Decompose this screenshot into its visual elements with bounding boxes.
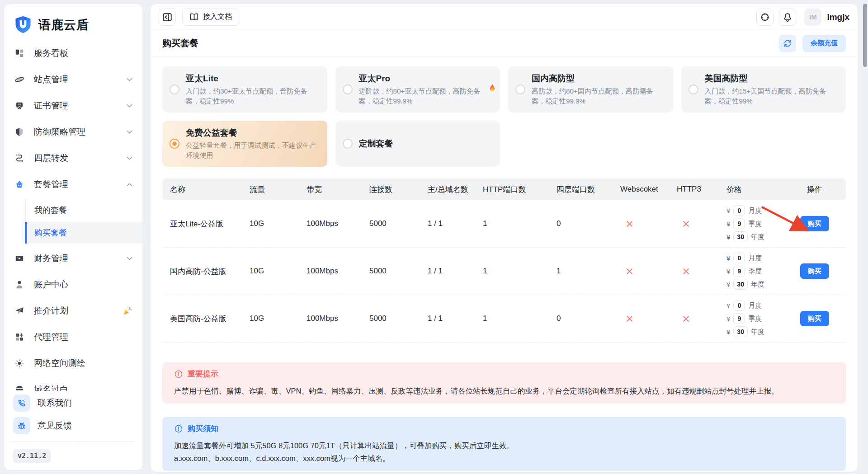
column-header: HTTP端口数: [483, 184, 557, 195]
chevron-down-icon: [127, 78, 132, 82]
cell-websocket: [620, 268, 677, 275]
cell-http3: [677, 220, 726, 228]
package-card-5[interactable]: 免费公益套餐公益轻量套餐，用于调试测试，不建议生产环境使用: [162, 121, 327, 167]
cell-price: ¥0月度¥9季度¥30年度: [726, 253, 783, 290]
cell-http_ports: 1: [483, 314, 557, 323]
package-radio[interactable]: [170, 84, 179, 94]
price-period: 年度: [751, 328, 764, 336]
cell-domains: 1 / 1: [428, 219, 483, 228]
sidebar-item-agents[interactable]: 代理管理: [4, 326, 142, 348]
cell-http_ports: 1: [483, 267, 557, 276]
sidebar-item-referral[interactable]: 推介计划: [4, 300, 142, 322]
price-period: 年度: [751, 233, 764, 241]
cell-price: ¥0月度¥9季度¥30年度: [726, 300, 783, 337]
x-icon: [682, 220, 726, 228]
collapse-sidebar-button[interactable]: [159, 9, 176, 26]
topbar: 接入文档 IM imgjx: [151, 4, 858, 30]
cell-bandwidth: 100Mbps: [307, 314, 369, 323]
package-desc: 高防款，约80+国内节点配额，高防需备案，稳定性99.9%: [532, 86, 666, 106]
package-radio[interactable]: [343, 139, 353, 149]
buy-button[interactable]: 购买: [800, 216, 829, 231]
cell-connections: 5000: [369, 219, 428, 228]
price-period: 季度: [748, 220, 762, 228]
sidebar-item-layer4-forward[interactable]: 四层转发: [4, 147, 142, 169]
table-row: 国内高防-公益版10G100Mbps50001 / 111¥0月度¥9季度¥30…: [162, 248, 846, 295]
footer-item-label: 联系我们: [38, 397, 72, 409]
target-button[interactable]: [756, 9, 774, 26]
table-row: 亚太Lite-公益版10G100Mbps50001 / 110¥0月度¥9季度¥…: [162, 200, 846, 248]
price-value: 0: [733, 300, 745, 311]
cell-l4_ports: 1: [557, 267, 620, 276]
package-card-2[interactable]: 亚太Pro进阶款，约80+亚太节点配额，高防免备案，稳定性99.9%: [335, 66, 500, 113]
package-card-1[interactable]: 亚太Lite入门款，约30+亚太节点配额，普防免备案，稳定性99%: [162, 66, 327, 113]
docs-button-label: 接入文档: [203, 12, 232, 22]
sidebar-item-finance[interactable]: 财务管理: [4, 247, 142, 270]
wallet-icon: [14, 253, 25, 264]
shield-logo-icon: [13, 15, 33, 35]
package-text: 美国高防型入门款，约15+美国节点配额，高防免备案，稳定性99%: [705, 73, 839, 106]
purchase-notice-line2: a.xxx.com、b.xxx.com、c.d.xxx.com、xxx.com视…: [174, 452, 834, 465]
price-period: 月度: [748, 206, 762, 215]
column-header: HTTP3: [677, 185, 726, 194]
price-line: ¥30年度: [726, 279, 783, 290]
sidebar-item-dashboard[interactable]: 服务看板: [4, 42, 142, 65]
buy-button[interactable]: 购买: [800, 263, 829, 279]
sidebar-item-defense[interactable]: 防御策略管理: [4, 121, 142, 143]
column-header: 四层端口数: [557, 184, 620, 195]
cell-bandwidth: 100Mbps: [307, 219, 369, 228]
package-radio[interactable]: [515, 84, 525, 94]
refresh-button[interactable]: [779, 35, 796, 52]
footer-item-contact-us[interactable]: 联系我们: [4, 392, 142, 414]
cell-name: 亚太Lite-公益版: [162, 219, 250, 229]
chevron-down-icon: [127, 156, 132, 160]
sidebar-item-sites[interactable]: 站点管理: [4, 68, 142, 91]
phone-icon: [13, 394, 30, 412]
package-desc: 入门款，约15+美国节点配额，高防免备案，稳定性99%: [705, 86, 839, 106]
scrollbar[interactable]: [863, 0, 868, 474]
sidebar-item-label: 证书管理: [34, 100, 127, 112]
cell-l4_ports: 0: [557, 219, 620, 228]
sidebar-item-account[interactable]: 账户中心: [4, 273, 142, 296]
package-radio[interactable]: [170, 139, 179, 149]
page-header: 购买套餐 余额充值: [151, 30, 858, 56]
x-icon: [626, 315, 677, 323]
package-title: 免费公益套餐: [186, 127, 320, 139]
sidebar-subitem-my-packages[interactable]: 我的套餐: [25, 199, 142, 221]
buy-button[interactable]: 购买: [800, 311, 829, 326]
package-table: 名称流量带宽连接数主/总域名数HTTP端口数四层端口数WebscoketHTTP…: [162, 178, 846, 343]
package-radio[interactable]: [689, 84, 698, 94]
sidebar-subitem-label: 购买套餐: [34, 227, 67, 238]
agent-icon: [14, 332, 25, 343]
sidebar-item-label: 防御策略管理: [34, 126, 127, 138]
docs-button[interactable]: 接入文档: [182, 9, 239, 26]
column-header: 操作: [783, 184, 846, 195]
sidebar-item-label: 财务管理: [34, 253, 127, 264]
scrollbar-thumb[interactable]: [863, 4, 867, 67]
avatar[interactable]: IM: [804, 9, 821, 26]
app-name: 语鹿云盾: [38, 17, 89, 33]
sidebar-item-certificates[interactable]: 证书管理: [4, 94, 142, 117]
sidebar-subitem-buy-packages[interactable]: 购买套餐: [25, 222, 142, 244]
username[interactable]: imgjx: [827, 12, 849, 22]
refresh-icon: [783, 38, 793, 48]
app-logo: 语鹿云盾: [4, 4, 142, 35]
footer-item-feedback[interactable]: 意见反馈: [4, 414, 142, 437]
notifications-button[interactable]: [779, 9, 796, 26]
cell-l4_ports: 0: [557, 314, 620, 323]
package-card-4[interactable]: 美国高防型入门款，约15+美国节点配额，高防免备案，稳定性99%: [681, 66, 846, 113]
recharge-button[interactable]: 余额充值: [802, 35, 846, 52]
package-text: 亚太Lite入门款，约30+亚太节点配额，普防免备案，稳定性99%: [186, 73, 320, 106]
sidebar-item-package-mgmt[interactable]: 套餐管理: [4, 173, 142, 196]
cell-http_ports: 1: [483, 219, 557, 228]
column-header: 主/总域名数: [428, 184, 483, 195]
sidebar-item-cyberspace-mapping[interactable]: 网络空间测绘: [4, 352, 142, 375]
cell-traffic: 10G: [250, 314, 307, 323]
package-card-6[interactable]: 定制套餐: [335, 121, 500, 167]
cell-price: ¥0月度¥9季度¥30年度: [726, 205, 783, 242]
purchase-notice-line1: 加速流量套餐外可增加 5元50G 8元100G 70元1T（只计算出站流量），可…: [174, 439, 834, 452]
price-value: 9: [733, 266, 745, 277]
package-radio[interactable]: [343, 84, 353, 94]
purchase-notice: 购买须知 加速流量套餐外可增加 5元50G 8元100G 70元1T（只计算出站…: [162, 417, 846, 471]
important-notice-title: 重要提示: [188, 369, 218, 379]
package-card-3[interactable]: 国内高防型高防款，约80+国内节点配额，高防需备案，稳定性99.9%: [508, 66, 673, 113]
